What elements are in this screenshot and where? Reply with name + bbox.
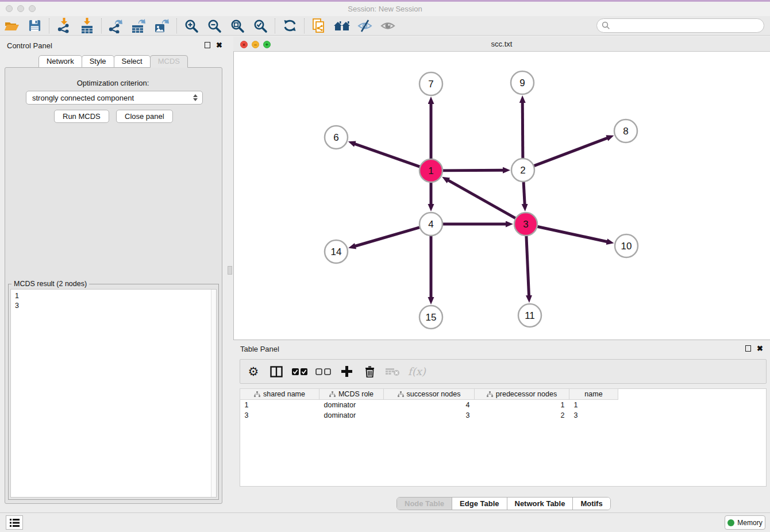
cell-name[interactable]: 3	[569, 410, 618, 421]
column-type-icon	[398, 391, 404, 398]
close-window-button[interactable]	[6, 5, 13, 12]
tab-mcds[interactable]: MCDS	[150, 55, 188, 68]
cell-successor-nodes[interactable]: 4	[384, 400, 475, 410]
new-network-from-file-button[interactable]	[307, 17, 330, 34]
result-scrollbar[interactable]	[211, 290, 216, 497]
edge-2-8[interactable]	[534, 138, 608, 166]
zoom-window-button[interactable]	[29, 5, 36, 12]
graph-node-10[interactable]: 10	[615, 234, 638, 257]
cell-shared-name[interactable]: 3	[240, 410, 319, 421]
memory-button[interactable]: Memory	[725, 515, 765, 530]
close-panel-button[interactable]: Close panel	[116, 110, 173, 123]
cell-predecessor-nodes[interactable]: 1	[475, 400, 569, 410]
optimization-criterion-select[interactable]: strongly connected component	[26, 91, 203, 105]
column-header-shared-name[interactable]: shared name	[240, 389, 319, 400]
minimize-network-button[interactable]: −	[252, 41, 259, 48]
graph-node-2[interactable]: 2	[511, 159, 534, 182]
column-header-name[interactable]: name	[569, 389, 618, 400]
select-value: strongly connected component	[32, 94, 134, 102]
run-mcds-button[interactable]: Run MCDS	[54, 110, 109, 123]
tab-select[interactable]: Select	[114, 55, 151, 68]
import-network-icon	[56, 18, 71, 33]
graph-node-7[interactable]: 7	[419, 72, 442, 95]
graph-node-15[interactable]: 15	[419, 306, 442, 329]
edge-1-6[interactable]	[355, 144, 420, 167]
export-network-icon	[108, 18, 124, 33]
cell-predecessor-nodes[interactable]: 2	[475, 410, 569, 421]
column-header-mcds-role[interactable]: MCDS role	[319, 389, 384, 400]
show-log-button[interactable]	[6, 515, 23, 530]
graph-node-9[interactable]: 9	[511, 71, 534, 94]
tab-node-table[interactable]: Node Table	[397, 498, 452, 510]
float-panel-icon[interactable]	[205, 42, 210, 48]
tab-network[interactable]: Network	[38, 55, 82, 68]
show-graphics-details-button[interactable]	[376, 17, 399, 34]
close-network-button[interactable]: ×	[240, 41, 248, 48]
close-panel-icon[interactable]: ✖	[216, 42, 222, 48]
select-all-columns-button[interactable]	[292, 362, 307, 381]
cell-mcds-role[interactable]: dominator	[319, 410, 384, 421]
hide-graphics-details-button[interactable]	[353, 17, 376, 34]
graph-node-3[interactable]: 3	[514, 213, 537, 236]
maximize-network-button[interactable]: +	[263, 41, 271, 48]
graph-node-6[interactable]: 6	[325, 126, 348, 149]
edge-4-14[interactable]	[355, 228, 420, 246]
save-session-button[interactable]	[23, 17, 46, 34]
graph-node-4[interactable]: 4	[419, 213, 442, 236]
zoom-in-button[interactable]	[180, 17, 203, 34]
edge-3-10[interactable]	[537, 226, 607, 242]
column-header-predecessor-nodes[interactable]: predecessor nodes	[475, 389, 569, 400]
toolbar-separator	[275, 18, 275, 33]
zoom-out-button[interactable]	[203, 17, 226, 34]
edge-1-2[interactable]	[442, 170, 503, 171]
tab-motifs[interactable]: Motifs	[573, 498, 610, 510]
zoom-fit-button[interactable]	[226, 17, 249, 34]
export-image-button[interactable]	[151, 17, 174, 34]
cell-name[interactable]: 1	[569, 400, 618, 410]
search-input[interactable]	[596, 18, 764, 33]
home-button[interactable]	[330, 17, 353, 34]
table-row[interactable]: 1 dominator 4 1 1	[240, 400, 618, 410]
tab-edge-table[interactable]: Edge Table	[452, 498, 507, 510]
cell-mcds-role[interactable]: dominator	[319, 400, 384, 410]
float-panel-icon[interactable]	[745, 345, 751, 352]
open-session-button[interactable]	[0, 17, 23, 34]
tab-style[interactable]: Style	[82, 55, 114, 68]
cell-shared-name[interactable]: 1	[240, 400, 319, 410]
graph-node-1[interactable]: 1	[419, 159, 442, 182]
edge-3-1[interactable]	[448, 180, 516, 218]
edge-2-9[interactable]	[522, 102, 523, 159]
status-bar	[0, 512, 770, 532]
export-network-button[interactable]	[105, 17, 128, 34]
refresh-button[interactable]	[278, 17, 301, 34]
minimize-window-button[interactable]	[17, 5, 24, 12]
function-builder-button-disabled[interactable]: f(x)	[408, 362, 426, 381]
column-header-successor-nodes[interactable]: successor nodes	[384, 389, 475, 400]
import-network-button[interactable]	[52, 17, 75, 34]
edge-3-11[interactable]	[526, 236, 529, 296]
import-table-icon	[80, 18, 94, 33]
unselect-all-columns-button[interactable]	[315, 362, 331, 381]
export-table-button[interactable]	[128, 17, 151, 34]
delete-table-button-disabled[interactable]	[385, 362, 400, 381]
tab-network-table[interactable]: Network Table	[507, 498, 573, 510]
vertical-splitter-handle[interactable]	[228, 266, 232, 275]
table-settings-button[interactable]: ⚙	[246, 362, 261, 381]
graph-node-11[interactable]: 11	[518, 304, 541, 327]
node-label: 7	[428, 79, 433, 90]
eye-slash-icon	[357, 19, 372, 33]
graph-node-8[interactable]: 8	[614, 119, 637, 142]
column-type-icon	[329, 391, 336, 398]
network-graph-canvas[interactable]: 1234678910111415	[233, 52, 770, 340]
zoom-selected-button[interactable]	[249, 17, 272, 34]
import-table-button[interactable]	[75, 17, 98, 34]
edge-2-3[interactable]	[523, 182, 525, 205]
cell-successor-nodes[interactable]: 3	[384, 410, 475, 421]
create-new-column-button[interactable]	[339, 362, 354, 381]
graph-node-14[interactable]: 14	[325, 240, 348, 263]
table-row[interactable]: 3 dominator 3 2 3	[240, 410, 618, 421]
mcds-result-text[interactable]: 1 3	[10, 289, 217, 498]
close-panel-icon[interactable]: ✖	[757, 345, 763, 352]
delete-columns-button[interactable]	[362, 362, 377, 381]
show-columns-button[interactable]	[269, 362, 284, 381]
